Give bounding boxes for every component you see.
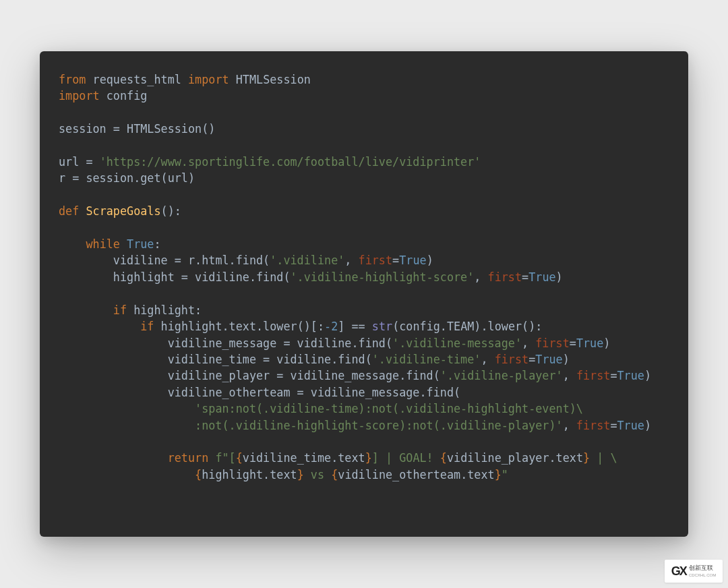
l12t: True <box>399 254 426 267</box>
l18p: first <box>495 353 529 366</box>
str-url: 'https://www.sportinglife.com/football/l… <box>100 155 481 169</box>
kw-if1: if <box>113 303 127 317</box>
kw-def: def <box>59 204 79 218</box>
l25e4: vidiline_otherteam.text <box>338 468 494 481</box>
l19b: , <box>563 369 576 382</box>
l22s: :not(.vidiline-highlight-score):not(.vid… <box>59 419 563 432</box>
l18eq: = <box>528 353 535 366</box>
l17b: , <box>522 336 535 350</box>
bool-true-while: True <box>127 237 154 251</box>
l15r: highlight: <box>127 303 202 317</box>
l12e: ) <box>427 254 433 267</box>
l22e: ) <box>644 419 651 432</box>
l20: vidiline_otherteam = vidiline_message.fi… <box>168 386 460 399</box>
l19a: vidiline_player = vidiline_message.find( <box>168 369 440 382</box>
l22p: first <box>576 419 611 432</box>
l24e1: vidiline_time.text <box>243 451 365 465</box>
kw-return: return <box>168 451 209 465</box>
fn-tail: (): <box>161 204 181 218</box>
kw-import: import <box>188 73 229 86</box>
l21esc: \ <box>576 402 583 415</box>
l25end: " <box>502 468 508 481</box>
line-r: r = session.get(url) <box>59 171 195 185</box>
l12eq: = <box>392 254 399 267</box>
line-session: session = HTMLSession() <box>59 122 215 136</box>
l13t: True <box>528 270 555 284</box>
line-url-a: url = <box>59 155 100 169</box>
l16b: ] == <box>338 320 372 333</box>
fn-name: ScrapeGoals <box>86 204 160 218</box>
l22b: , <box>563 419 576 432</box>
l25m3: vs <box>304 468 331 481</box>
l13b: , <box>474 270 487 284</box>
kw-if2: if <box>140 320 154 333</box>
l13eq: = <box>522 270 528 284</box>
l17eq: = <box>570 336 576 350</box>
l17e: ) <box>603 336 610 350</box>
l16c: (config.TEAM).lower(): <box>392 320 542 333</box>
l24esc: \ <box>610 451 617 465</box>
l24e2: vidiline_player.text <box>447 451 583 465</box>
kw-import2: import <box>59 89 100 102</box>
code-card: from requests_html import HTMLSession im… <box>40 51 688 537</box>
l13a: highlight = vidiline.find( <box>113 270 291 284</box>
l16n: -2 <box>324 320 338 333</box>
l18a: vidiline_time = vidiline.find( <box>168 353 372 366</box>
l18t: True <box>535 353 562 366</box>
l25e3: highlight.text <box>202 468 297 481</box>
l24f: f"[ <box>215 451 235 465</box>
code-block: from requests_html import HTMLSession im… <box>59 71 669 483</box>
watermark-logo: GX <box>671 564 686 579</box>
l17s: '.vidiline-message' <box>392 336 522 350</box>
colon-while: : <box>154 237 160 251</box>
l12p: first <box>359 254 393 267</box>
l13p: first <box>488 270 522 284</box>
l17t: True <box>576 336 603 350</box>
l25sp <box>59 468 195 481</box>
kw-from: from <box>59 73 86 86</box>
mod-requests-html: requests_html <box>93 73 181 86</box>
watermark-badge: GX 创新互联 CDCXHL.COM <box>665 560 723 583</box>
l19eq: = <box>610 369 617 382</box>
l16str: str <box>372 320 392 333</box>
l17p: first <box>535 336 570 350</box>
l13e: ) <box>556 270 563 284</box>
l19s: '.vidiline-player' <box>440 369 563 382</box>
l13str: '.vidiline-highlight-score' <box>291 270 475 284</box>
l24m2: | <box>590 451 610 465</box>
l12a: vidiline = r.html.find( <box>113 254 270 267</box>
l12str: '.vidiline' <box>270 254 344 267</box>
l17a: vidiline_message = vidiline.find( <box>168 336 392 350</box>
mod-config: config <box>107 89 148 102</box>
l18s: '.vidiline-time' <box>372 353 481 366</box>
l21s: 'span:not(.vidiline-time):not(.vidiline-… <box>195 402 576 415</box>
l18b: , <box>481 353 494 366</box>
l12b: , <box>344 254 358 267</box>
name-htmlsession: HTMLSession <box>236 73 311 86</box>
l18e: ) <box>563 353 570 366</box>
kw-while: while <box>86 237 120 251</box>
l16a: highlight.text.lower()[: <box>154 320 324 333</box>
l19t: True <box>617 369 644 382</box>
l22eq: = <box>610 419 617 432</box>
watermark-text: 创新互联 CDCXHL.COM <box>689 564 716 579</box>
l24m1: ] | GOAL! <box>372 451 440 465</box>
l19e: ) <box>644 369 651 382</box>
l19p: first <box>576 369 611 382</box>
l22t: True <box>617 419 644 432</box>
